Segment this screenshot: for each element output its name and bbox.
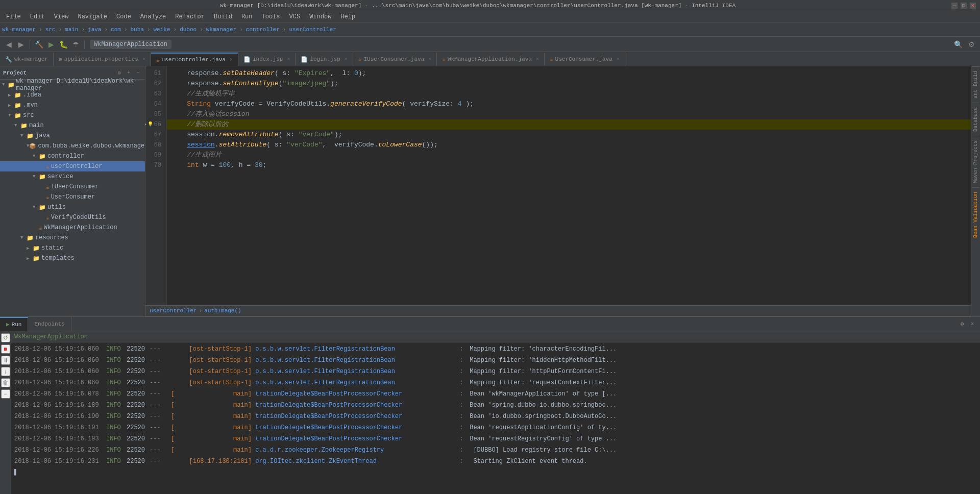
nav-java[interactable]: java xyxy=(88,27,101,33)
sidebar-collapse-btn[interactable]: − xyxy=(134,69,142,77)
sidebar-settings-btn[interactable]: ⚙ xyxy=(115,69,124,77)
menu-window[interactable]: Window xyxy=(305,12,335,21)
build-button[interactable]: 🔨 xyxy=(33,39,44,50)
tree-item-verifycodeutils[interactable]: ☕ VerifyCodeUtils xyxy=(0,212,145,223)
maven-projects-tab[interactable]: Maven Projects xyxy=(972,136,979,187)
code-line-63: //生成随机字串 xyxy=(167,89,971,99)
tab-usercontroller[interactable]: ☕ userController.java × xyxy=(151,53,238,66)
tab-close-app-props[interactable]: × xyxy=(142,57,145,62)
nav-duboo[interactable]: duboo xyxy=(180,27,197,33)
tree-item-iuserconsumer[interactable]: ☕ IUserConsumer xyxy=(0,182,145,192)
nav-usercontroller[interactable]: userController xyxy=(289,27,336,33)
nav-buba[interactable]: buba xyxy=(131,27,144,33)
menu-analyze[interactable]: Analyze xyxy=(136,12,170,21)
tree-item-main[interactable]: ▼ 📁 main xyxy=(0,120,145,131)
tab-application-properties[interactable]: ⚙ application.properties × xyxy=(54,53,151,66)
menu-build[interactable]: Build xyxy=(210,12,236,21)
tab-close-iuserconsumer[interactable]: × xyxy=(428,57,431,62)
nav-com[interactable]: com xyxy=(111,27,121,33)
bc-authimage[interactable]: authImage() xyxy=(204,308,241,314)
tree-item-src[interactable]: ▼ 📁 src xyxy=(0,110,145,120)
code-area[interactable]: 61 62 63 64 65 ◆ 💡 66 67 68 69 70 respon… xyxy=(145,66,971,305)
clear-log-btn[interactable]: 🗑 xyxy=(1,378,10,387)
tab-close-wkmanagerapplication[interactable]: × xyxy=(536,57,539,62)
coverage-button[interactable]: ☂ xyxy=(70,39,81,50)
menu-tools[interactable]: Tools xyxy=(258,12,284,21)
tree-item-mvn[interactable]: ▶ 📁 .mvn xyxy=(0,100,145,110)
menu-navigate[interactable]: Navigate xyxy=(74,12,111,21)
tree-item-usercontroller[interactable]: ☕ userController xyxy=(0,161,145,171)
menu-vcs[interactable]: VCS xyxy=(285,12,305,21)
bean-validation-tab[interactable]: Bean Validation xyxy=(972,187,979,242)
nav-weike[interactable]: weike xyxy=(154,27,170,33)
log-line-6: 2018-12-06 15:19:16.189 INFO 22520 --- [… xyxy=(11,400,980,411)
line-num-64: 64 xyxy=(149,99,163,109)
tab-close-usercontroller[interactable]: × xyxy=(230,57,233,63)
search-toolbar-btn[interactable]: 🔍 xyxy=(952,39,964,50)
log-line-2: 2018-12-06 15:19:16.060 INFO 22520 --- [… xyxy=(11,355,980,366)
tab-close-index-jsp[interactable]: × xyxy=(287,57,290,62)
tree-item-wkmanagerapplication[interactable]: ☕ WkManagerApplication xyxy=(0,223,145,233)
nav-main[interactable]: main xyxy=(65,27,78,33)
tree-item-userconsumer[interactable]: ☕ UserConsumer xyxy=(0,192,145,202)
debug-button[interactable]: 🐛 xyxy=(58,39,69,50)
nav-controller[interactable]: controller xyxy=(246,27,280,33)
menu-help[interactable]: Help xyxy=(336,12,359,21)
tree-item-java[interactable]: ▼ 📁 java xyxy=(0,131,145,141)
tree-item-pkg[interactable]: ▼ 📦 com.buba.weike.duboo.wkmanager xyxy=(0,141,145,151)
nav-wk-manager[interactable]: wk-manager xyxy=(2,27,36,33)
rerun-button[interactable]: ↺ xyxy=(1,333,10,342)
run-tab-endpoints[interactable]: Endpoints xyxy=(28,317,71,331)
database-tab[interactable]: Database xyxy=(972,103,979,136)
tab-index-jsp[interactable]: 📄 index.jsp × xyxy=(238,53,296,66)
tree-item-utils[interactable]: ▼ 📁 utils xyxy=(0,202,145,212)
tree-item-wkmanager[interactable]: ▼ 📁 wk-manager D:\idealU\ideaWork\wk-man… xyxy=(0,80,145,90)
run-button[interactable]: ▶ xyxy=(45,39,57,50)
stop-button[interactable]: ■ xyxy=(1,344,10,354)
nav-wkmanager[interactable]: wkmanager xyxy=(206,27,236,33)
code-content[interactable]: response.setDateHeader( s: "Expires", l:… xyxy=(167,66,971,305)
sidebar-expand-btn[interactable]: + xyxy=(125,69,133,77)
toolbar-divider-2 xyxy=(84,40,85,49)
tab-wk-manager[interactable]: 🔧 wk-manager xyxy=(0,53,54,66)
app-config-label[interactable]: WkManagerApplication xyxy=(90,40,172,49)
run-settings-btn[interactable]: ⚙ xyxy=(958,319,967,329)
menu-file[interactable]: File xyxy=(2,12,25,21)
tab-login-jsp[interactable]: 📄 login.jsp × xyxy=(296,53,353,66)
forward-button[interactable]: ▶ xyxy=(15,39,27,50)
nav-src[interactable]: src xyxy=(45,27,56,33)
tree-item-controller[interactable]: ▼ 📁 controller xyxy=(0,151,145,161)
tree-item-resources[interactable]: ▼ 📁 resources xyxy=(0,233,145,243)
maximize-button[interactable]: □ xyxy=(961,3,967,9)
log-line-10: 2018-12-06 15:19:16.226 INFO 22520 --- [… xyxy=(11,444,980,456)
hint-66: 💡 xyxy=(148,119,153,130)
back-button[interactable]: ◀ xyxy=(3,39,14,50)
log-area[interactable]: 2018-12-06 15:19:16.060 INFO 22520 --- [… xyxy=(11,342,980,494)
run-close-btn[interactable]: × xyxy=(968,319,977,329)
menu-edit[interactable]: Edit xyxy=(26,12,49,21)
tab-userconsumer[interactable]: ☕ UserConsumer.java × xyxy=(545,53,625,66)
menu-view[interactable]: View xyxy=(50,12,73,21)
close-button[interactable]: ✕ xyxy=(970,3,976,9)
tree-item-service[interactable]: ▼ 📁 service xyxy=(0,171,145,182)
bc-usercontroller[interactable]: userController xyxy=(150,308,197,314)
tab-icon-usercontroller: ☕ xyxy=(156,57,160,63)
code-line-61: response.setDateHeader( s: "Expires", l:… xyxy=(167,68,971,79)
ant-build-tab[interactable]: ant Build xyxy=(972,66,979,103)
scroll-to-end-btn[interactable]: ↓ xyxy=(1,367,10,376)
tab-iuserconsumer[interactable]: ☕ IUserConsumer.java × xyxy=(353,53,437,66)
menu-run[interactable]: Run xyxy=(237,12,257,21)
tab-close-userconsumer[interactable]: × xyxy=(617,57,620,62)
tab-wkmanagerapplication[interactable]: ☕ WkManagerApplication.java × xyxy=(437,53,545,66)
tab-close-login-jsp[interactable]: × xyxy=(345,57,348,62)
sidebar-tools: ⚙ + − xyxy=(115,69,142,77)
run-tab-run[interactable]: ▶ Run xyxy=(0,317,28,331)
menu-refactor[interactable]: Refactor xyxy=(171,12,209,21)
minimize-button[interactable]: ─ xyxy=(951,3,958,9)
tree-item-static[interactable]: ▶ 📁 static xyxy=(0,243,145,253)
menu-code[interactable]: Code xyxy=(112,12,135,21)
collapse-all-btn[interactable]: − xyxy=(1,389,10,399)
pause-button[interactable]: ⏸ xyxy=(1,356,10,365)
tree-item-templates[interactable]: ▶ 📁 templates xyxy=(0,253,145,263)
settings-btn[interactable]: ⚙ xyxy=(966,39,977,50)
